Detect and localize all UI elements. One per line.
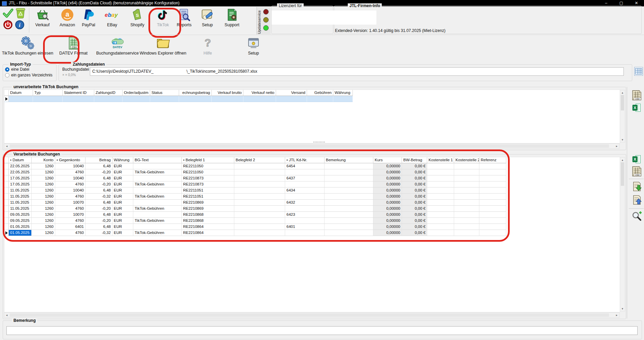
toolbar-button-amazon[interactable]: a Amazon <box>57 8 78 27</box>
cell[interactable]: 6401 <box>55 224 86 230</box>
action-button-hilfe[interactable]: ? Hilfe <box>197 36 218 56</box>
column-header[interactable]: Datum <box>9 90 33 96</box>
cell[interactable]: 1260 <box>32 218 55 224</box>
cell[interactable] <box>133 188 182 194</box>
cell[interactable]: -0,20 <box>86 206 112 212</box>
column-header[interactable]: Referenz <box>479 157 506 163</box>
cell[interactable]: 6,48 <box>86 175 112 181</box>
cell[interactable]: EUR <box>112 218 133 224</box>
cell[interactable] <box>479 230 506 236</box>
cell[interactable] <box>63 96 94 102</box>
cell[interactable]: RE2210868 <box>182 212 234 218</box>
csv-table-icon[interactable]: CSV <box>631 90 642 101</box>
cell[interactable] <box>94 96 123 102</box>
cell[interactable]: 1260 <box>32 200 55 206</box>
toolbar-button-verkauf[interactable]: Verkauf <box>32 8 53 27</box>
cell[interactable] <box>454 188 479 194</box>
cell[interactable] <box>325 175 373 181</box>
cell[interactable] <box>454 169 479 175</box>
cell[interactable] <box>427 175 454 181</box>
cell[interactable]: 0,00 € <box>402 200 427 206</box>
cell[interactable] <box>479 200 506 206</box>
cell[interactable]: 0,00 € <box>402 194 427 200</box>
cell[interactable] <box>479 169 506 175</box>
column-header[interactable]: ZahlungsID <box>94 90 123 96</box>
cell[interactable]: TikTok-Gebühren <box>133 206 182 212</box>
buchungsdatei-path-input[interactable]: C:\Users\js\Desktop\JTL2DATEV_ \_TikTok\… <box>90 67 624 76</box>
cell[interactable] <box>427 212 454 218</box>
cell[interactable] <box>307 96 333 102</box>
cell[interactable] <box>234 230 285 236</box>
cell[interactable] <box>479 218 506 224</box>
cell[interactable] <box>133 163 182 169</box>
cell[interactable]: 1260 <box>32 181 55 188</box>
cell[interactable]: RE2210864 <box>182 224 234 230</box>
cell[interactable]: EUR <box>112 194 133 200</box>
column-header[interactable]: Statement ID <box>63 90 94 96</box>
column-header[interactable]: • Datum <box>9 157 32 163</box>
column-header[interactable]: BW-Betrag <box>402 157 427 163</box>
cell[interactable]: RE2210873 <box>182 175 234 181</box>
column-header[interactable]: Kostenstelle 2 <box>454 157 479 163</box>
processed-hscrollbar[interactable]: ◂ ▸ <box>4 312 619 318</box>
cell[interactable]: 0,00000 <box>373 218 402 224</box>
cell[interactable]: 6437 <box>285 175 325 181</box>
cell[interactable]: 1260 <box>32 175 55 181</box>
cell[interactable]: TikTok-Gebühren <box>133 194 182 200</box>
cell[interactable]: RE2211050 <box>182 169 234 175</box>
cell[interactable]: 22.05.2025 <box>9 169 32 175</box>
column-header[interactable]: Währung <box>333 90 353 96</box>
cell[interactable]: 6432 <box>285 200 325 206</box>
cell[interactable] <box>133 224 182 230</box>
cell[interactable]: -0,20 <box>86 169 112 175</box>
cell[interactable] <box>234 218 285 224</box>
cell[interactable] <box>325 224 373 230</box>
column-header[interactable]: Kostenstelle 1 <box>427 157 454 163</box>
cell[interactable]: EUR <box>112 169 133 175</box>
cell[interactable]: 0,00000 <box>373 169 402 175</box>
cell[interactable]: TikTok-Gebühren <box>133 230 182 236</box>
cell[interactable]: 4760 <box>55 194 86 200</box>
cell[interactable]: 0,00 € <box>402 218 427 224</box>
radio-eine-datei[interactable]: eine Datei <box>5 67 29 72</box>
cell[interactable] <box>479 224 506 230</box>
column-header[interactable]: Bemerkung <box>325 157 373 163</box>
cell[interactable]: EUR <box>112 230 133 236</box>
cell[interactable]: 0,00000 <box>373 230 402 236</box>
cell[interactable]: 0,00000 <box>373 200 402 206</box>
cell[interactable]: 6423 <box>285 212 325 218</box>
cell[interactable]: 0,00000 <box>373 212 402 218</box>
cell[interactable]: EUR <box>112 188 133 194</box>
cell[interactable] <box>234 163 285 169</box>
import-arrow-down-icon[interactable] <box>632 181 642 192</box>
cell[interactable]: 17.05.2025 <box>9 181 32 188</box>
cell[interactable] <box>325 169 373 175</box>
column-header[interactable]: Status <box>150 90 179 96</box>
cell[interactable] <box>133 212 182 218</box>
cell[interactable]: RE2211051 <box>182 188 234 194</box>
cell[interactable]: EUR <box>112 163 133 169</box>
column-header[interactable]: • Gegenkonto <box>55 157 86 163</box>
cell[interactable]: 11.05.2025 <box>9 200 32 206</box>
cell[interactable]: 10040 <box>55 188 86 194</box>
cell[interactable] <box>333 96 353 102</box>
confirm-check-icon[interactable] <box>3 8 13 19</box>
column-header[interactable]: Verkauf brutto <box>212 90 243 96</box>
cell[interactable]: 1260 <box>32 169 55 175</box>
excel-icon[interactable]: X <box>632 103 642 113</box>
cell[interactable] <box>454 163 479 169</box>
cell[interactable] <box>325 212 373 218</box>
cell[interactable]: 6434 <box>285 188 325 194</box>
cell[interactable] <box>285 206 325 212</box>
cell[interactable] <box>234 194 285 200</box>
cell[interactable] <box>427 200 454 206</box>
cell[interactable] <box>479 163 506 169</box>
cell[interactable] <box>150 96 179 102</box>
column-header[interactable]: • Belegfeld 1 <box>182 157 234 163</box>
cell[interactable]: 0,00000 <box>373 181 402 188</box>
column-header[interactable]: Typ <box>33 90 63 96</box>
cell[interactable] <box>427 206 454 212</box>
column-header[interactable]: Betrag <box>86 157 112 163</box>
splitter-grip[interactable] <box>313 141 325 143</box>
cell[interactable]: 01.05.2025 <box>9 230 32 236</box>
